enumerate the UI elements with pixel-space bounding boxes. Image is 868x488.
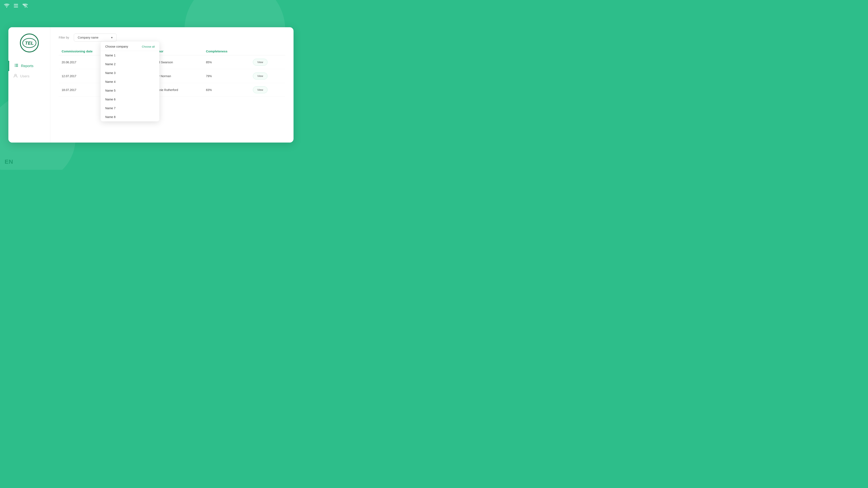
filter-dropdown: Company name ▾ [74,34,117,41]
view-button-2[interactable]: View [253,86,268,93]
content-area: Filter by Company name ▾ Commissioning d… [50,27,293,142]
svg-point-0 [6,7,7,8]
filter-row: Filter by Company name ▾ [59,34,285,41]
user-icon [13,73,18,79]
table-row: 12.07.2017 TESSA Larry Norman 79% View [59,69,285,83]
wifi-off-icon [22,3,28,8]
cell-action-1: View [250,69,285,83]
logo-circle: TEL [20,34,39,53]
dropdown-header-title: Choose company [105,45,128,48]
dropdown-item-0[interactable]: Name 1 [101,51,159,60]
cell-completeness-2: 83% [203,83,250,97]
view-button-0[interactable]: View [253,59,268,66]
logo-svg: TEL [22,38,37,48]
view-button-1[interactable]: View [253,72,268,79]
sidebar-item-reports-label: Reports [21,64,34,68]
dropdown-header: Choose company Choose all [101,41,159,51]
cell-completeness-0: 85% [203,55,250,69]
filter-label: Filter by [59,36,69,39]
company-name-dropdown-btn[interactable]: Company name ▾ [74,34,117,41]
col-completeness: Completeness [203,47,250,55]
logo-area: TEL [20,34,39,53]
dropdown-item-5[interactable]: Name 6 [101,95,159,104]
dropdown-item-3[interactable]: Name 4 [101,77,159,86]
cell-action-0: View [250,55,285,69]
svg-text:TEL: TEL [25,40,34,46]
choose-all-button[interactable]: Choose all [142,45,155,48]
company-name-label: Company name [78,36,98,39]
table-row: 18.07.2017 TESSA Melanie Rutherford 83% … [59,83,285,97]
language-indicator[interactable]: EN [5,159,13,165]
svg-rect-5 [15,64,18,65]
dropdown-item-7[interactable]: Name 8 [101,112,159,121]
cell-action-2: View [250,83,285,97]
chevron-down-icon: ▾ [111,36,113,39]
reports-table: Commissioning date Region Author Complet… [59,47,285,97]
svg-rect-8 [15,64,16,65]
sidebar-item-reports[interactable]: Reports [8,61,50,71]
dropdown-item-6[interactable]: Name 7 [101,104,159,112]
sidebar-item-users[interactable]: Users [8,71,50,82]
sidebar: TEL Reports [8,27,50,142]
status-bar [4,3,28,8]
wifi-on-icon [4,3,10,8]
dropdown-item-4[interactable]: Name 5 [101,86,159,95]
svg-rect-6 [15,65,18,66]
svg-rect-7 [15,66,18,67]
sidebar-nav: Reports Users [8,61,50,82]
dropdown-item-2[interactable]: Name 3 [101,69,159,77]
main-card: TEL Reports [8,27,293,142]
hamburger-icon[interactable] [14,4,18,7]
company-dropdown-menu: Choose company Choose all Name 1 Name 2 … [101,41,159,121]
col-action [250,47,285,55]
list-icon [14,63,19,69]
svg-point-1 [25,7,26,8]
dropdown-item-1[interactable]: Name 2 [101,60,159,69]
svg-rect-10 [15,66,16,67]
sidebar-item-users-label: Users [20,74,29,78]
svg-rect-9 [15,65,16,66]
table-row: 20.06.2017 TESSA Chad Swanson 85% View [59,55,285,69]
cell-completeness-1: 79% [203,69,250,83]
svg-point-11 [15,74,17,76]
